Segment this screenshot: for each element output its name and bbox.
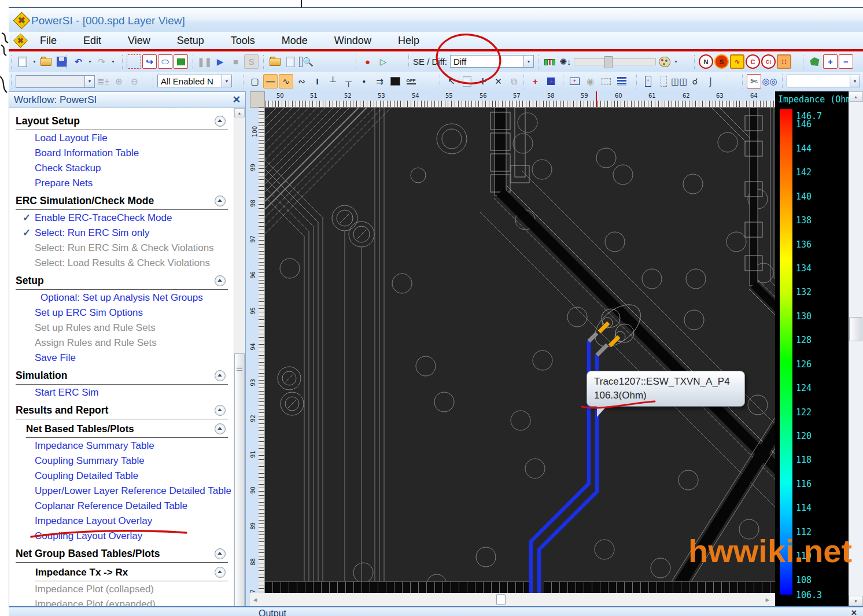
component-display-toggle[interactable] [388, 74, 403, 88]
section-results-and-report[interactable]: Results and Report [16, 403, 228, 419]
new-file-button[interactable] [16, 54, 30, 69]
workflow-scrollbar[interactable]: ▲ [234, 108, 245, 615]
scroll-up-icon[interactable]: ▲ [234, 108, 245, 117]
rotate-view-tool[interactable]: ↪ [142, 54, 157, 69]
simulation-machine-button[interactable]: S [244, 54, 259, 69]
menu-tools[interactable]: Tools [217, 35, 268, 47]
pin-grid-badge-button[interactable]: ∷ [777, 54, 791, 69]
net-filter-combobox[interactable]: All Enabled N ▼ [157, 75, 232, 87]
section-setup[interactable]: Setup [16, 274, 228, 290]
zoom-slider-thumb[interactable] [604, 56, 613, 68]
antipad-display-toggle[interactable]: ┬ [341, 74, 356, 88]
diff-pair-display-toggle[interactable]: ⇉ [373, 74, 387, 88]
search-combobox-value[interactable] [787, 75, 850, 87]
record-button[interactable]: ● [360, 54, 375, 69]
zoom-out-button[interactable]: − [839, 54, 853, 69]
collapse-icon[interactable] [215, 370, 226, 381]
link-optional-set-up-analysis-net-groups[interactable]: Optional: Set up Analysis Net Groups [40, 290, 234, 305]
pause-sim-button[interactable]: ❚❚ [197, 54, 212, 69]
collapse-icon[interactable] [215, 548, 226, 559]
stop-sim-button[interactable]: ■ [228, 54, 243, 69]
ellipse-select-tool[interactable]: ⬭ [158, 54, 172, 69]
link-impedance-plot-collapsed[interactable]: Impedance Plot (collapsed) [35, 582, 234, 597]
scroll-left-icon[interactable]: ◀ [250, 593, 260, 606]
collapse-icon[interactable] [215, 423, 226, 434]
pan-view-tool[interactable]: ◉ [583, 74, 598, 88]
zoom-slider[interactable] [574, 58, 656, 65]
component-type-badge-button[interactable]: Ct [761, 54, 776, 69]
menu-edit[interactable]: Edit [70, 35, 115, 47]
layer-view-canvas[interactable] [265, 108, 775, 593]
collapse-icon[interactable] [215, 405, 226, 416]
undo-dropdown-icon[interactable]: ▼ [87, 54, 93, 69]
zoom-area-tool[interactable]: ☌ [688, 74, 702, 88]
via-display-toggle[interactable]: I [310, 74, 324, 88]
collapse-icon[interactable] [215, 116, 226, 127]
section-erc-simulation-check-mode[interactable]: ERC Simulation/Check Mode [16, 194, 228, 210]
menu-file[interactable]: File [27, 35, 70, 47]
menu-setup[interactable]: Setup [164, 35, 217, 47]
layer-combobox-value[interactable] [16, 75, 85, 88]
shape-layer-button[interactable] [807, 54, 822, 69]
link-load-layout-file[interactable]: Load Layout File [35, 131, 234, 146]
copy-document-button[interactable] [283, 54, 298, 69]
horizontal-scrollbar-thumb[interactable] [496, 594, 506, 605]
output-panel-header[interactable]: Output ✕ [9, 606, 863, 616]
link-select-run-erc-sim-only[interactable]: Select: Run ERC Sim only [35, 226, 234, 241]
import-folder-button[interactable] [268, 54, 282, 69]
se-diff-value[interactable]: Diff [450, 55, 524, 68]
link-upper-lower-layer-reference-detailed[interactable]: Upper/Lower Layer Reference Detailed Tab… [35, 484, 234, 499]
display-off-toggle[interactable]: OFF [404, 74, 418, 88]
duplicate-tool[interactable]: ⧉ [507, 74, 521, 88]
link-coupling-detailed-table[interactable]: Coupling Detailed Table [35, 469, 234, 484]
step-run-button[interactable]: ▷ [376, 54, 390, 69]
collapse-icon[interactable] [215, 275, 226, 286]
signal-badge-button[interactable]: S [714, 54, 729, 69]
link-board-information-table[interactable]: Board Information Table [35, 146, 234, 161]
menu-view[interactable]: View [115, 35, 164, 47]
scroll-down-icon[interactable]: ▼ [849, 596, 863, 606]
scroll-up-icon[interactable]: ▲ [849, 91, 863, 102]
collapse-icon[interactable] [215, 196, 226, 206]
snapshot-tool[interactable] [174, 54, 188, 69]
add-node-tool[interactable]: + [528, 74, 543, 88]
search-combobox[interactable]: ▼ [787, 75, 860, 87]
menu-help[interactable]: Help [385, 35, 433, 47]
redo-dropdown-icon[interactable]: ▼ [110, 54, 116, 69]
search-dropdown-icon[interactable]: ▼ [850, 75, 860, 87]
section-simulation[interactable]: Simulation [16, 368, 228, 385]
vertical-select-tool[interactable] [657, 74, 671, 88]
diagonal-trace-toggle[interactable]: ∿ [279, 74, 293, 88]
vertical-zoom-tool[interactable]: + [641, 74, 655, 88]
select-cursor-tool[interactable]: ↖ [444, 74, 459, 88]
workflow-scrollbar-thumb[interactable] [234, 353, 245, 615]
link-set-up-rules-and-rule-sets[interactable]: Set up Rules and Rule Sets [35, 320, 234, 335]
redo-button[interactable]: ↷ [94, 54, 109, 69]
link-prepare-nets[interactable]: Prepare Nets [35, 176, 234, 191]
run-sim-button[interactable]: ▶ [213, 54, 227, 69]
fillet-tool[interactable]: ⌡ [703, 74, 718, 88]
link-coupling-layout-overlay[interactable]: Coupling Layout Overlay [35, 529, 234, 544]
expand-nets-icon[interactable]: ⊕ [112, 74, 126, 88]
layer-stack-edit-icon[interactable]: ≣± [96, 74, 110, 88]
output-close-icon[interactable]: ✕ [851, 608, 857, 616]
scroll-right-icon[interactable]: ▶ [762, 593, 773, 606]
select-area-tool[interactable] [127, 54, 141, 69]
link-enable-erc-tracecheck-mode[interactable]: Enable ERC-TraceCheck Mode [35, 211, 234, 226]
net-badge-button[interactable]: N [699, 54, 713, 69]
fit-window-tool[interactable] [599, 74, 613, 88]
title-bar[interactable]: PowerSI - [000.spd Layer View] [9, 7, 863, 33]
shape-display-toggle[interactable]: ▢ [248, 74, 262, 88]
palette-dropdown-icon[interactable]: ▼ [673, 54, 679, 69]
component-badge-button[interactable]: C [746, 54, 760, 69]
section-net-based-tables-plots[interactable]: Net Based Tables/Plots [26, 422, 228, 438]
zoom-in-button[interactable]: + [823, 54, 838, 69]
collapse-icon[interactable] [215, 567, 226, 578]
link-coupling-summary-table[interactable]: Coupling Summary Table [35, 453, 234, 469]
section-impedance-tx-rx[interactable]: Impedance Tx -> Rx [35, 566, 228, 581]
brightness-settings-icon[interactable]: ✺↓ [558, 54, 573, 69]
zoom-window-tool[interactable]: + [567, 74, 582, 88]
net-color-badge-button[interactable]: ∿ [730, 54, 744, 69]
vertical-scrollbar[interactable]: ▲ ▼ [849, 91, 863, 606]
vertical-scrollbar-thumb[interactable] [849, 317, 862, 341]
